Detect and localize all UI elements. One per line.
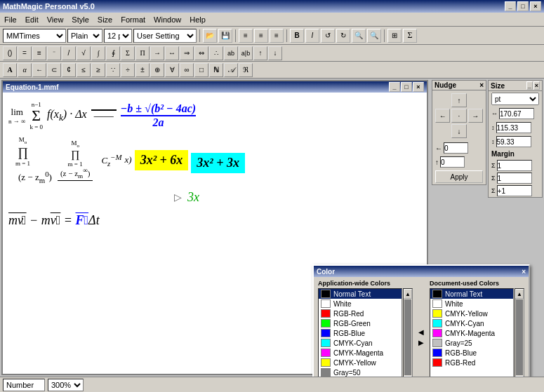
sym-infty[interactable]: ∞ bbox=[180, 63, 194, 77]
doc-color-rgb-blue[interactable]: RGB-Blue bbox=[430, 348, 513, 358]
sym-paren[interactable]: () bbox=[3, 46, 17, 60]
app-scroll-up[interactable]: ▲ bbox=[404, 289, 412, 299]
sym-alpha[interactable]: α bbox=[18, 63, 32, 77]
eq-minimize[interactable]: _ bbox=[389, 82, 400, 92]
menu-edit[interactable]: Edit bbox=[21, 14, 43, 25]
margin-1-input[interactable] bbox=[497, 160, 532, 171]
sym-script-A[interactable]: 𝒜 bbox=[224, 63, 238, 77]
app-color-cmyk-yellow[interactable]: CMYK-Yellow bbox=[319, 358, 402, 367]
zoom-out-btn[interactable]: 🔍 bbox=[367, 29, 381, 43]
italic-btn[interactable]: I bbox=[305, 29, 319, 43]
menu-file[interactable]: File bbox=[0, 14, 21, 25]
nudge-y-input[interactable] bbox=[440, 156, 465, 168]
doc-color-cmyk-cyan[interactable]: CMYK-Cyan bbox=[430, 318, 513, 328]
minimize-btn[interactable]: _ bbox=[505, 1, 516, 11]
sym-pm[interactable]: ± bbox=[135, 63, 150, 77]
sym-integral[interactable]: ∫ bbox=[91, 46, 105, 60]
nudge-up[interactable]: ↑ bbox=[451, 93, 466, 107]
margin-2-input[interactable] bbox=[497, 173, 532, 184]
font-select[interactable]: MMTimes bbox=[3, 29, 66, 43]
sym-leftarrow[interactable]: ← bbox=[32, 63, 46, 77]
sym-div[interactable]: ÷ bbox=[121, 63, 135, 77]
menu-window[interactable]: Window bbox=[150, 14, 185, 25]
undo-btn[interactable]: ↺ bbox=[321, 29, 335, 43]
nudge-apply-btn[interactable]: Apply bbox=[435, 170, 483, 183]
doc-color-cmyk-magenta[interactable]: CMYK-Magenta bbox=[430, 328, 513, 338]
app-color-cmyk-cyan[interactable]: CMYK-Cyan bbox=[319, 338, 402, 348]
app-color-cmyk-magenta[interactable]: CMYK-Magenta bbox=[319, 348, 402, 358]
window-controls[interactable]: _ □ × bbox=[505, 1, 541, 11]
sym-sqrt[interactable]: √ bbox=[77, 46, 91, 60]
app-color-gray50[interactable]: Gray=50 bbox=[319, 367, 402, 377]
sym-arrow-lr[interactable]: ↔ bbox=[165, 46, 179, 60]
sym-oint[interactable]: ∮ bbox=[106, 46, 120, 60]
nudge-down[interactable]: ↓ bbox=[451, 124, 466, 138]
zoom-btn[interactable]: 🔍 bbox=[352, 29, 366, 43]
margin-3-input[interactable] bbox=[497, 185, 532, 196]
sym-bar[interactable]: a|b bbox=[239, 46, 253, 60]
app-color-rgb-green[interactable]: RGB-Green bbox=[319, 318, 402, 328]
sym-sum[interactable]: Σ bbox=[121, 46, 135, 60]
nudge-right[interactable]: → bbox=[468, 109, 483, 123]
sym-geq[interactable]: ≥ bbox=[91, 63, 105, 77]
doc-color-white[interactable]: White bbox=[430, 299, 513, 309]
size-unit-select[interactable]: pt bbox=[491, 93, 539, 105]
sym-arrow-r[interactable]: → bbox=[150, 46, 164, 60]
sym-arr-up[interactable]: ↑ bbox=[253, 46, 267, 60]
nudge-center[interactable]: · bbox=[451, 109, 466, 123]
open-btn[interactable]: 📂 bbox=[203, 29, 217, 43]
sym-cent[interactable]: ¢ bbox=[62, 63, 76, 77]
redo-btn[interactable]: ↻ bbox=[336, 29, 350, 43]
nudge-left[interactable]: ← bbox=[435, 109, 450, 123]
doc-scroll-up[interactable]: ▲ bbox=[515, 289, 524, 299]
sym-frac[interactable]: ⁻ bbox=[47, 46, 61, 60]
size-select[interactable]: 12 pt bbox=[104, 29, 132, 43]
doc-scroll-down[interactable]: ▼ bbox=[515, 376, 524, 377]
nudge-x-input[interactable] bbox=[444, 142, 468, 154]
size-h-input[interactable] bbox=[496, 122, 531, 133]
align-center-btn[interactable]: ≡ bbox=[254, 29, 268, 43]
align-right-btn[interactable]: ≡ bbox=[270, 29, 284, 43]
doc-colors-scrollbar[interactable]: ▲ ▼ bbox=[515, 288, 524, 377]
sym-forall[interactable]: ∀ bbox=[165, 63, 179, 77]
app-colors-scrollbar[interactable]: ▲ ▼ bbox=[403, 288, 413, 377]
doc-color-normal-text[interactable]: Normal Text bbox=[430, 289, 513, 299]
doc-color-rgb-red[interactable]: RGB-Red bbox=[430, 358, 513, 367]
eq-controls[interactable]: _ □ × bbox=[389, 82, 424, 92]
grid-btn[interactable]: ⊞ bbox=[387, 29, 402, 43]
sym-ab[interactable]: ab bbox=[224, 46, 238, 60]
menu-size[interactable]: Size bbox=[93, 14, 117, 25]
app-color-normal-text[interactable]: Normal Text bbox=[319, 289, 402, 299]
size-d-input[interactable] bbox=[496, 136, 531, 147]
menu-format[interactable]: Format bbox=[117, 14, 150, 25]
app-color-white[interactable]: White bbox=[319, 299, 402, 309]
sym-arrow-r2[interactable]: ⇒ bbox=[180, 46, 194, 60]
align-left-btn[interactable]: ≡ bbox=[239, 29, 253, 43]
size-minimize[interactable]: _ bbox=[526, 81, 533, 90]
sym-equiv[interactable]: ≡ bbox=[32, 46, 46, 60]
eq-maximize[interactable]: □ bbox=[401, 82, 412, 92]
arrow-right[interactable]: ◀ bbox=[418, 328, 424, 336]
sigma-btn[interactable]: Σ bbox=[403, 29, 417, 43]
nudge-close[interactable]: × bbox=[479, 81, 484, 89]
size-controls[interactable]: _ × bbox=[526, 81, 540, 90]
eq-close[interactable]: × bbox=[413, 82, 424, 92]
arrow-left[interactable]: ▶ bbox=[418, 339, 424, 346]
size-close[interactable]: × bbox=[533, 81, 540, 90]
color-dialog-close[interactable]: × bbox=[522, 268, 526, 276]
sym-arrow-lr2[interactable]: ⇔ bbox=[194, 46, 208, 60]
bold-btn[interactable]: B bbox=[290, 29, 304, 43]
sym-A[interactable]: A bbox=[3, 63, 17, 77]
doc-colors-list[interactable]: Normal Text White CMYK-Yellow CMYK- bbox=[430, 288, 514, 377]
sym-slash[interactable]: / bbox=[62, 46, 76, 60]
app-colors-list[interactable]: Normal Text White RGB-Red RGB-Green bbox=[318, 288, 402, 377]
sym-leq[interactable]: ≤ bbox=[77, 63, 91, 77]
menu-style[interactable]: Style bbox=[67, 14, 93, 25]
doc-color-cmyk-yellow[interactable]: CMYK-Yellow bbox=[430, 309, 513, 318]
app-scroll-down[interactable]: ▼ bbox=[404, 376, 412, 377]
sym-arr-dn[interactable]: ↓ bbox=[268, 46, 282, 60]
sym-N[interactable]: ℕ bbox=[209, 63, 223, 77]
sym-prod[interactable]: Π bbox=[135, 46, 150, 60]
close-btn[interactable]: × bbox=[530, 1, 541, 11]
sym-subset[interactable]: ⊂ bbox=[47, 63, 61, 77]
